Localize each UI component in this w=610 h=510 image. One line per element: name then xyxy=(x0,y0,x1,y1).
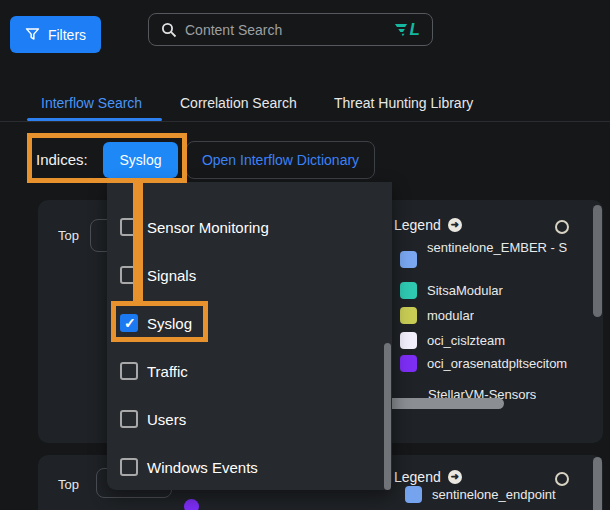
top-label: Top xyxy=(58,228,79,243)
dropdown-option-syslog[interactable]: Syslog xyxy=(107,306,377,340)
legend-toggle-icon[interactable] xyxy=(555,220,569,234)
checkbox[interactable] xyxy=(120,362,138,380)
dropdown-option-signals[interactable]: Signals xyxy=(107,258,377,292)
checkbox[interactable] xyxy=(120,458,138,476)
legend-expand-icon[interactable]: ➜ xyxy=(448,218,462,232)
checkbox[interactable] xyxy=(120,218,138,236)
legend-item-label: modular xyxy=(427,308,474,323)
legend-color-chip xyxy=(400,251,417,268)
legend-item-label: sentinelone_endpoint xyxy=(432,487,556,502)
interflow-search-page: Filters L Interflow Search Correlation S… xyxy=(0,0,610,510)
chart-fragment xyxy=(184,499,199,510)
active-tab-underline xyxy=(27,118,162,121)
selected-index-button[interactable]: Syslog xyxy=(103,142,178,178)
tabs-divider xyxy=(0,121,610,122)
dropdown-option-label: Signals xyxy=(147,267,196,284)
funnel-icon xyxy=(25,27,40,42)
legend-expand-icon[interactable]: ➜ xyxy=(448,470,462,484)
legend-item[interactable]: modular xyxy=(400,307,474,324)
legend-item-label: oci_cislzteam xyxy=(427,333,505,348)
legend-item[interactable]: oci_orasenatdpltsecitom xyxy=(400,355,567,372)
dropdown-option-label: Windows Events xyxy=(147,459,258,476)
stellar-logo-icon: L xyxy=(394,22,420,37)
tab-interflow-search[interactable]: Interflow Search xyxy=(41,95,142,111)
legend-item[interactable]: sentinelone_endpoint xyxy=(405,486,556,503)
legend-color-chip xyxy=(400,282,417,299)
top-label: Top xyxy=(58,477,79,492)
legend-item-label: sentinelone_EMBER - S xyxy=(427,240,567,255)
checkbox[interactable] xyxy=(120,266,138,284)
legend-item[interactable]: oci_cislzteam xyxy=(400,332,505,349)
dropdown-option-label: Traffic xyxy=(147,363,188,380)
dropdown-option-sensor-monitoring[interactable]: Sensor Monitoring xyxy=(107,210,377,244)
dropdown-option-label: Sensor Monitoring xyxy=(147,219,269,236)
dictionary-link-box: Open Interflow Dictionary xyxy=(186,141,375,179)
vertical-scrollbar-thumb[interactable] xyxy=(593,457,602,510)
legend-title: Legend xyxy=(394,469,441,485)
dropdown-option-users[interactable]: Users xyxy=(107,402,377,436)
checkbox[interactable] xyxy=(120,314,138,332)
tab-threat-hunting-library[interactable]: Threat Hunting Library xyxy=(334,95,473,111)
checkbox[interactable] xyxy=(120,410,138,428)
filters-button[interactable]: Filters xyxy=(10,16,101,53)
dropdown-option-traffic[interactable]: Traffic xyxy=(107,354,377,388)
indices-dropdown-menu: Sensor Monitoring Signals Syslog Traffic… xyxy=(107,182,392,490)
legend-toggle-icon[interactable] xyxy=(555,472,569,486)
legend-color-chip xyxy=(400,307,417,324)
horizontal-scrollbar-thumb[interactable] xyxy=(386,398,504,409)
open-interflow-dictionary-link[interactable]: Open Interflow Dictionary xyxy=(202,152,359,168)
legend-color-chip xyxy=(400,332,417,349)
vertical-scrollbar-thumb[interactable] xyxy=(593,205,602,317)
content-search-box: L xyxy=(148,13,433,46)
legend-header: Legend ➜ xyxy=(394,469,462,485)
legend-header: Legend ➜ xyxy=(394,217,462,233)
filters-button-label: Filters xyxy=(48,27,86,43)
tab-correlation-search[interactable]: Correlation Search xyxy=(180,95,297,111)
dropdown-option-windows-events[interactable]: Windows Events xyxy=(107,450,377,484)
dropdown-option-label: Syslog xyxy=(147,315,192,332)
search-icon xyxy=(161,22,177,38)
legend-item[interactable]: sentinelone_EMBER - S xyxy=(400,240,567,268)
legend-item-label: oci_orasenatdpltsecitom xyxy=(427,356,567,371)
dropdown-scrollbar-thumb[interactable] xyxy=(384,343,391,490)
legend-color-chip xyxy=(400,355,417,372)
legend-color-chip xyxy=(405,486,422,503)
legend-title: Legend xyxy=(394,217,441,233)
content-search-input[interactable] xyxy=(185,22,386,38)
legend-item-label: SitsaModular xyxy=(427,283,503,298)
indices-label: Indices: xyxy=(36,151,88,168)
legend-item[interactable]: SitsaModular xyxy=(400,282,503,299)
dropdown-option-label: Users xyxy=(147,411,186,428)
